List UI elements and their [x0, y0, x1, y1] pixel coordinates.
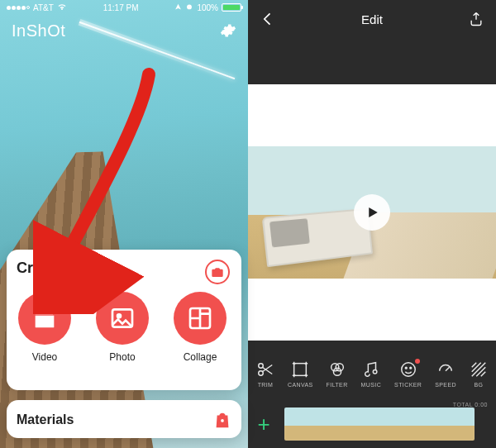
app-logo: InShOt	[12, 21, 65, 41]
svg-point-12	[401, 362, 415, 376]
clip-thumbnail[interactable]	[284, 407, 475, 441]
edit-title: Edit	[361, 12, 383, 26]
clock-label: 11:17 PM	[103, 3, 139, 12]
tool-canvas[interactable]: CANVAS	[288, 360, 313, 388]
plus-icon: +	[257, 413, 269, 435]
create-card-title: Create N	[17, 260, 231, 277]
svg-point-0	[188, 5, 193, 10]
ios-status-bar: AT&T 11:17 PM 100%	[0, 0, 248, 15]
clapperboard-icon	[31, 305, 58, 331]
settings-button[interactable]	[220, 22, 236, 39]
inshot-edit-screen: Edit TRIM CANVAS	[248, 0, 496, 448]
create-photo-button[interactable]: Photo	[96, 292, 149, 363]
create-video-button[interactable]: Video	[18, 292, 71, 363]
camera-icon	[211, 265, 224, 279]
tool-music[interactable]: MUSIC	[361, 360, 382, 388]
image-icon	[109, 305, 136, 331]
location-icon	[174, 3, 182, 12]
timeline[interactable]: TOTAL 0:00 +	[248, 400, 496, 448]
filter-icon	[328, 360, 346, 379]
tool-filter[interactable]: FILTER	[327, 360, 348, 388]
bg-icon	[470, 360, 488, 379]
create-collage-button[interactable]: Collage	[174, 292, 227, 363]
tool-music-label: MUSIC	[361, 382, 382, 388]
create-video-label: Video	[32, 351, 57, 363]
tool-sticker-label: STICKER	[394, 382, 422, 388]
battery-pct-label: 100%	[197, 3, 218, 12]
tool-speed-label: SPEED	[435, 382, 456, 388]
tool-filter-label: FILTER	[327, 382, 348, 388]
alarm-icon	[185, 2, 193, 12]
tool-trim-label: TRIM	[258, 382, 274, 388]
battery-icon	[222, 3, 241, 12]
create-collage-label: Collage	[184, 351, 217, 363]
collage-icon	[187, 305, 213, 331]
canvas-icon	[291, 360, 309, 379]
tool-bg-label: BG	[474, 382, 483, 388]
edit-header: Edit	[248, 0, 496, 38]
svg-rect-7	[294, 363, 307, 375]
share-icon	[468, 11, 484, 27]
play-icon	[365, 205, 379, 220]
letterbox-top	[248, 38, 496, 84]
tool-sticker[interactable]: STICKER	[394, 360, 422, 388]
create-photo-label: Photo	[109, 351, 135, 363]
chevron-left-icon	[260, 11, 276, 27]
svg-point-13	[405, 367, 407, 369]
svg-point-4	[221, 419, 224, 422]
video-frame[interactable]	[248, 146, 496, 279]
tool-speed[interactable]: SPEED	[435, 360, 456, 388]
shopping-bag-icon	[213, 411, 231, 429]
back-button[interactable]	[260, 11, 276, 27]
create-new-card: Create N Video Photo	[7, 250, 241, 390]
svg-point-14	[410, 367, 412, 369]
speed-icon	[436, 360, 455, 379]
scissors-icon	[256, 360, 274, 379]
music-icon	[362, 360, 380, 379]
app-header: InShOt	[0, 17, 248, 45]
inshot-home-screen: AT&T 11:17 PM 100% InShOt	[0, 0, 248, 448]
timeline-total-label: TOTAL 0:00	[453, 402, 488, 407]
wifi-icon	[57, 2, 67, 13]
svg-point-10	[333, 368, 341, 375]
edit-toolbar: TRIM CANVAS FILTER MUSIC STICKER SPE	[248, 341, 496, 400]
video-preview-area	[248, 84, 496, 341]
sticker-icon	[399, 360, 417, 379]
play-button[interactable]	[354, 194, 390, 231]
materials-card[interactable]: Materials	[7, 400, 241, 438]
svg-point-9	[336, 363, 343, 370]
tool-bg[interactable]: BG	[470, 360, 488, 388]
badge-dot-icon	[415, 359, 420, 364]
materials-title: Materials	[17, 412, 74, 427]
share-button[interactable]	[468, 11, 484, 27]
camera-button[interactable]	[205, 260, 230, 284]
tool-canvas-label: CANVAS	[288, 382, 313, 388]
svg-point-2	[117, 314, 121, 318]
gear-icon	[220, 22, 236, 39]
signal-icon	[7, 6, 30, 10]
carrier-label: AT&T	[33, 3, 54, 12]
add-clip-button[interactable]: +	[248, 400, 279, 448]
tool-trim[interactable]: TRIM	[256, 360, 274, 388]
svg-point-11	[373, 369, 377, 374]
